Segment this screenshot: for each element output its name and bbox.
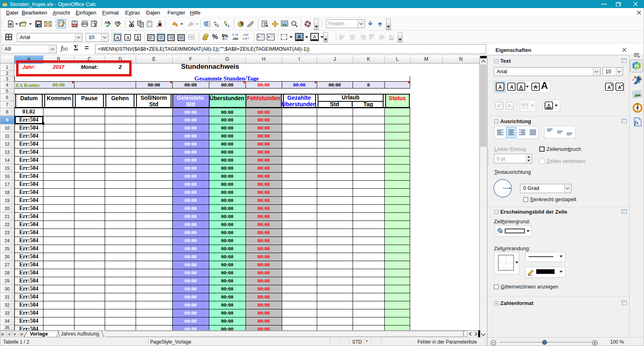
svg-text:Z: Z [217,24,219,27]
svg-text:0: 0 [232,33,234,36]
svg-text:N: N [637,103,638,105]
svg-text:a: a [501,103,502,105]
svg-text:0: 0 [243,37,244,40]
svg-text:A: A [534,84,537,90]
svg-text:A: A [136,35,139,39]
svg-text:A: A [126,35,129,40]
svg-text:A: A [498,84,502,90]
svg-text:A: A [608,85,611,90]
svg-text:A: A [547,103,551,108]
svg-text:A: A [519,84,523,90]
svg-text:fx: fx [634,119,639,126]
svg-text:A: A [508,103,511,108]
svg-text:A: A [116,35,119,40]
svg-text:Z: Z [224,21,226,24]
svg-text:A: A [497,103,500,108]
svg-text:A: A [227,24,230,27]
svg-text:A: A [510,84,514,90]
svg-text:$%: $% [222,33,228,38]
svg-text:.000: .000 [232,37,238,41]
svg-text:.000: .000 [243,33,249,37]
svg-text:A\V: A\V [522,103,528,107]
svg-text:PDF: PDF [72,24,77,27]
svg-text:A: A [618,85,621,90]
svg-text:A: A [313,34,317,40]
svg-text:a: a [511,106,513,109]
svg-text:A: A [297,34,301,40]
